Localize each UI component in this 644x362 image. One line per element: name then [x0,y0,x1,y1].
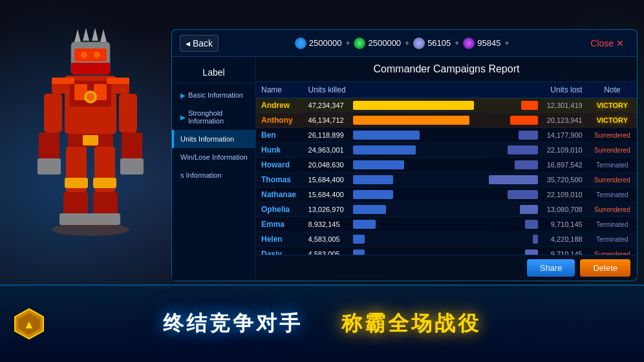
blue-resource-icon [295,37,306,49]
killed-bar [353,160,404,169]
note-text: Surrendered [594,176,630,184]
panel-body: Label ▶ Basic Information ▶ Stronghold I… [172,57,637,281]
arrow-icon: ▶ [180,114,186,121]
cell-name: Howard [256,158,303,173]
killed-bar [353,175,393,184]
lost-value: 22,109,010 [541,191,583,198]
svg-rect-21 [122,133,142,158]
sidebar-item-info[interactable]: s Information [172,166,255,184]
cell-units-killed: 4,583,005 [303,232,484,247]
table-container[interactable]: Name Units killed Units lost Note Andrew… [256,82,637,255]
table-row: Andrew 47,234,347 12,301,419 VICTORY [256,98,637,113]
plus-icon-2: + [405,39,409,48]
svg-rect-18 [39,133,59,158]
sidebar-item-units[interactable]: Units Information [172,130,255,148]
cell-name: Hunk [256,143,303,158]
killed-bar [353,235,365,244]
cell-note: VICTORY [588,98,637,113]
cell-name: Helen [256,232,303,247]
table-row: Ophelia 13,026,970 13,080,708 Surrendere… [256,202,637,217]
sidebar-item-winlose-label: Win/Lose Information [180,153,248,161]
svg-marker-2 [83,28,89,41]
delete-button[interactable]: Delete [580,259,630,277]
resource-blue-value: 2500000 [309,38,342,48]
table-row: Hunk 24,963,001 22,109,010 Surrendered [256,143,637,158]
plus-icon-4: + [504,39,509,48]
cell-units-lost: 22,109,010 [484,187,588,202]
killed-value: 26,118,899 [308,131,350,139]
svg-rect-20 [119,94,137,133]
sidebar-label: Label [172,62,255,83]
svg-rect-17 [44,94,62,133]
col-units-lost: Units lost [484,82,588,98]
svg-rect-33 [52,78,74,84]
silver-resource-icon [413,37,425,49]
share-button[interactable]: Share [527,259,575,277]
lost-bar [525,250,538,255]
cell-units-lost: 16,897,542 [484,158,588,173]
green-resource-icon [354,37,365,49]
cell-note: Terminated [588,187,637,202]
svg-marker-4 [100,29,107,42]
cell-name: Nathanae [256,187,303,202]
killed-value: 15,684,400 [308,176,350,184]
banner-logo: ▲ [13,308,45,343]
cell-units-lost: 13,080,708 [484,202,588,217]
sidebar-item-stronghold[interactable]: ▶ Stronghold Information [172,104,255,130]
cell-note: Surrendered [588,128,637,143]
lost-value: 14,177,900 [541,131,583,139]
cell-note: VICTORY [588,113,637,128]
lost-bar [515,160,538,169]
sidebar: Label ▶ Basic Information ▶ Stronghold I… [172,57,256,281]
svg-rect-31 [65,178,88,188]
resource-purple: 95845 [463,37,500,49]
close-label: Close [590,38,614,48]
resource-green: 2500000 [354,37,401,49]
svg-rect-5 [74,48,107,61]
back-arrow-icon: ◂ [186,38,190,48]
cell-units-killed: 47,234,347 [303,98,484,113]
resource-silver: 56105 [413,37,451,49]
table-row: Anthony 46,134,712 20,123,941 VICTORY [256,113,637,128]
table-row: Thomas 15,684,400 35,720,500 Surrendered [256,173,637,187]
close-button[interactable]: Close ✕ [585,36,629,51]
banner-text-2: 称霸全场战役 [341,310,481,338]
resource-blue: 2500000 [295,37,342,49]
lost-value: 4,220,188 [541,235,583,243]
table-row: Dasiy 4,583,005 9,710,145 Surrendered [256,247,637,255]
back-button[interactable]: ◂ Back [180,35,219,52]
main-panel: ◂ Back 2500000 + 2500000 + 56105 + 95845 [171,29,638,281]
cell-units-lost: 22,109,010 [484,143,588,158]
lost-bar [489,175,538,184]
lost-value: 13,080,708 [541,206,583,213]
note-text: Terminated [596,221,628,228]
cell-note: Terminated [588,232,637,247]
note-text: Terminated [596,191,628,198]
svg-point-16 [87,93,94,101]
sidebar-item-basic[interactable]: ▶ Basic Information [172,86,255,104]
sidebar-item-winlose[interactable]: Win/Lose Information [172,148,255,166]
cell-units-killed: 15,684,400 [303,173,484,187]
killed-bar [353,101,474,110]
back-label: Back [193,38,213,48]
killed-bar [353,131,420,140]
resource-green-value: 2500000 [368,38,401,48]
cell-units-killed: 46,134,712 [303,113,484,128]
svg-rect-19 [38,158,61,175]
lost-value: 16,897,542 [541,161,583,169]
lost-value: 22,109,010 [541,146,583,154]
killed-bar [353,220,376,229]
svg-rect-29 [93,192,118,215]
resource-silver-value: 56105 [427,38,451,48]
plus-icon-1: + [345,39,350,48]
bottom-banner: ▲ 终结竞争对手 称霸全场战役 [0,284,644,362]
svg-rect-26 [63,192,88,215]
lost-bar [519,131,538,140]
cell-units-lost: 12,301,419 [484,98,588,113]
lost-bar [508,145,538,154]
table-row: Emma 8,932,145 9,710,145 Terminated [256,217,637,232]
killed-value: 4,583,005 [308,250,350,255]
lost-bar [520,205,538,214]
killed-value: 13,026,970 [308,206,350,213]
svg-point-7 [94,52,100,58]
